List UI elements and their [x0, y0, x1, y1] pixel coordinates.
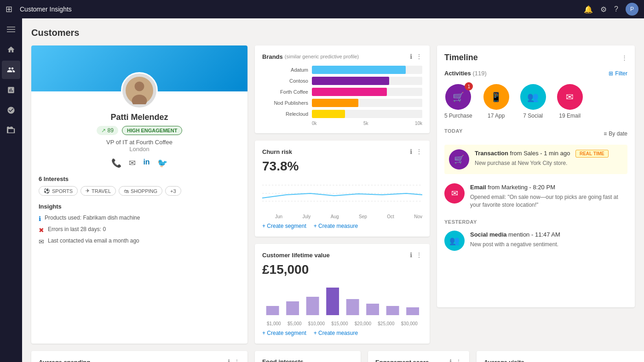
clv-more-icon[interactable]: ⋮ — [416, 251, 422, 259]
sidebar-item-insights[interactable] — [2, 101, 20, 119]
clv-value: £15,000 — [262, 262, 422, 277]
insight-products: ℹ Products used: Fabrikam dish machine — [39, 215, 240, 222]
timeline-more-icon[interactable]: ⋮ — [621, 54, 627, 61]
svg-rect-1 — [7, 29, 15, 30]
interests-label: 6 Interests — [39, 175, 240, 182]
avg-visits-title: Average visits — [484, 359, 524, 362]
profile-job: VP of IT at Fourth Coffee — [39, 139, 240, 146]
filter-button[interactable]: ⊞ Filter — [609, 70, 627, 77]
svg-rect-0 — [7, 27, 15, 28]
svg-point-4 — [135, 82, 144, 91]
interest-travel[interactable]: ✈ TRAVEL — [80, 186, 116, 196]
timeline-event-social: 👥 Social media mention - 11:47 AM New po… — [444, 231, 627, 251]
activities-count: (119) — [472, 70, 486, 77]
activity-social[interactable]: 👥 7 Social — [520, 84, 546, 119]
app-title: Customer Insights — [20, 6, 580, 13]
churn-more-icon[interactable]: ⋮ — [416, 148, 422, 155]
svg-rect-14 — [366, 304, 379, 315]
engagement-info-icon[interactable]: ℹ — [449, 358, 452, 362]
today-label: TODAY — [444, 128, 463, 134]
timeline-event-email: ✉ Email from Marketing - 8:20 PM Opened … — [444, 183, 627, 209]
churn-create-measure[interactable]: + Create measure — [314, 223, 358, 229]
yesterday-label: YESTERDAY — [444, 219, 477, 225]
clv-title: Customer lifetime value — [262, 252, 330, 259]
svg-rect-11 — [306, 297, 319, 315]
avg-spending-title: Average spending — [39, 359, 90, 362]
by-date-button[interactable]: ≡ By date — [604, 130, 627, 137]
avg-spending-more-icon[interactable]: ⋮ — [234, 358, 240, 362]
avg-spending-info-icon[interactable]: ℹ — [228, 358, 230, 362]
churn-line-chart — [262, 177, 422, 209]
brands-title: Brands — [262, 53, 283, 60]
sidebar-item-home[interactable] — [2, 40, 20, 59]
svg-rect-9 — [266, 306, 279, 315]
interest-more[interactable]: +3 — [165, 186, 181, 196]
churn-info-icon[interactable]: ℹ — [410, 148, 412, 155]
brands-bar-chart: Adatum Contoso Forth Coffee Nod Publishe… — [262, 66, 422, 126]
churn-value: 73.8% — [262, 159, 422, 174]
churn-title: Churn risk — [262, 148, 292, 155]
timeline-title: Timeline — [444, 53, 478, 62]
profile-location: London — [39, 146, 240, 153]
svg-rect-10 — [286, 301, 299, 315]
twitter-icon[interactable]: 🐦 — [157, 158, 167, 168]
engagement-title: Engagement score — [375, 359, 429, 362]
score-badge: ↗ 89 — [97, 126, 118, 135]
brands-card: Brands (similar generic predictive profi… — [255, 45, 430, 133]
sidebar-item-analytics[interactable] — [2, 81, 20, 99]
brands-info-icon[interactable]: ℹ — [410, 53, 412, 60]
activities-label: Activities — [444, 70, 471, 77]
churn-card: Churn risk ℹ ⋮ 73.8% JunJu — [255, 141, 430, 237]
engagement-card: Engagement score ℹ ⋮ 0 50 100 — [368, 351, 469, 362]
engagement-badge: HIGH ENGAGEMENT — [122, 126, 182, 135]
page-title: Customers — [31, 28, 635, 38]
timeline-card: Timeline ⋮ Activities (119) ⊞ Filter 🛒 1 — [437, 45, 635, 307]
clv-create-segment[interactable]: + Create segment — [262, 330, 306, 336]
notification-icon[interactable]: 🔔 — [584, 5, 593, 14]
interest-shopping[interactable]: 🛍 SHOPPING — [119, 186, 162, 196]
activity-purchase[interactable]: 🛒 1 5 Purchase — [444, 84, 472, 119]
brands-more-icon[interactable]: ⋮ — [416, 53, 422, 60]
insights-label: Insights — [39, 203, 240, 210]
sidebar-item-people[interactable] — [2, 61, 20, 79]
profile-avatar — [121, 72, 158, 109]
clv-create-measure[interactable]: + Create measure — [314, 330, 358, 336]
insight-contact: ✉ Last contacted via email a month ago — [39, 238, 240, 245]
svg-rect-15 — [386, 306, 399, 315]
timeline-event-transaction: 🛒 Transaction from Sales - 1 min ago REA… — [444, 145, 627, 174]
phone-icon[interactable]: 📞 — [111, 158, 121, 168]
user-avatar[interactable]: P — [626, 3, 638, 16]
brands-subtitle: (similar generic predictive profile) — [285, 54, 359, 59]
linkedin-icon[interactable]: in — [143, 158, 150, 168]
sidebar-item-data[interactable] — [2, 121, 20, 140]
profile-card: Patti Melendez ↗ 89 HIGH ENGAGEMENT VP o… — [31, 45, 247, 344]
clv-bar-chart — [262, 281, 422, 317]
churn-create-segment[interactable]: + Create segment — [262, 223, 306, 229]
svg-rect-16 — [406, 307, 419, 315]
engagement-more-icon[interactable]: ⋮ — [455, 358, 462, 362]
profile-name: Patti Melendez — [39, 113, 240, 122]
interest-sports[interactable]: ⚽ SPORTS — [39, 186, 78, 196]
activity-email[interactable]: ✉ 19 Email — [557, 84, 583, 119]
food-interests-title: Food interests — [262, 358, 304, 362]
svg-rect-2 — [7, 32, 15, 33]
apps-icon[interactable]: ⊞ — [6, 4, 12, 14]
activity-app[interactable]: 📱 17 App — [483, 84, 509, 119]
insight-errors: ✖ Errors in last 28 days: 0 — [39, 226, 240, 234]
clv-card: Customer lifetime value ℹ ⋮ £15,000 — [255, 244, 430, 344]
help-icon[interactable]: ? — [614, 5, 618, 13]
svg-rect-13 — [346, 299, 359, 315]
avg-visits-card: Average visits ℹ ⋮ 8 per year 10 5 0 — [477, 351, 644, 362]
sidebar-item-menu[interactable] — [2, 20, 20, 39]
email-icon[interactable]: ✉ — [129, 158, 136, 168]
svg-rect-12 — [326, 288, 339, 315]
avg-spending-card: Average spending ℹ ⋮ £1,208 1500 1000 50… — [31, 351, 247, 362]
clv-info-icon[interactable]: ℹ — [410, 251, 412, 259]
settings-icon[interactable]: ⚙ — [600, 5, 607, 14]
food-interests-card: Food interests this month ℹ ⋮ — [255, 351, 361, 362]
